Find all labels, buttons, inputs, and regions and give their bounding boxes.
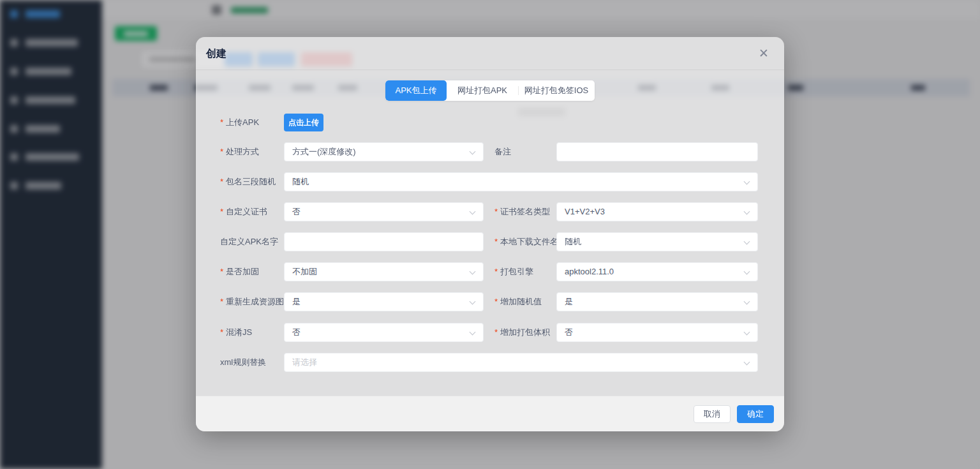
add-random-select[interactable]: 是 [556, 292, 758, 311]
field-label-remark: 备注 [494, 142, 556, 161]
upload-apk-button[interactable]: 点击上传 [284, 114, 323, 131]
tab-url-pack-ios[interactable]: 网址打包免签IOS [518, 80, 595, 101]
pack-engine-select[interactable]: apktool2.11.0 [556, 262, 758, 281]
package-random-select[interactable]: 随机 [284, 172, 758, 191]
chevron-down-icon [744, 269, 750, 275]
custom-cert-select[interactable]: 否 [284, 202, 484, 221]
field-label-obfuscate-js: *混淆JS [220, 323, 284, 342]
tab-url-pack-apk[interactable]: 网址打包APK [447, 80, 518, 101]
chevron-down-icon [744, 239, 750, 245]
process-mode-select[interactable]: 方式一(深度修改) [284, 142, 484, 161]
field-label-custom-apk-name: 自定义APK名字 [220, 232, 284, 251]
field-label-custom-cert: *自定义证书 [220, 202, 284, 221]
field-label-process-mode: *处理方式 [220, 142, 284, 161]
field-label-add-random: *增加随机值 [494, 292, 556, 311]
obfuscate-js-select[interactable]: 否 [284, 323, 484, 342]
chevron-down-icon [470, 149, 476, 155]
field-label-upload-apk: *上传APK [220, 113, 284, 132]
required-asterisk: * [220, 117, 223, 127]
harden-select[interactable]: 不加固 [284, 262, 484, 281]
required-asterisk: * [494, 267, 498, 276]
remark-input[interactable] [556, 142, 758, 161]
cert-sign-type-select[interactable]: V1+V2+V3 [556, 202, 758, 221]
field-label-local-filename: *本地下载文件名 [494, 232, 556, 251]
field-label-harden: *是否加固 [220, 262, 284, 281]
tab-apk-upload[interactable]: APK包上传 [385, 80, 447, 101]
required-asterisk: * [494, 327, 498, 337]
required-asterisk: * [220, 267, 223, 276]
field-label-package-random: *包名三段随机 [220, 172, 284, 191]
chevron-down-icon [744, 209, 750, 215]
chevron-down-icon [470, 209, 476, 215]
upload-mode-tabs: APK包上传 网址打包APK 网址打包免签IOS [385, 80, 595, 101]
required-asterisk: * [220, 177, 223, 186]
required-asterisk: * [494, 297, 498, 306]
field-label-xml-rule: xml规则替换 [220, 353, 284, 372]
close-icon[interactable]: ✕ [756, 46, 771, 61]
dialog-header: 创建 ✕ [196, 37, 784, 70]
dialog-title: 创建 [206, 47, 226, 61]
dialog-footer: 取消 确定 [196, 396, 784, 431]
custom-apk-name-input[interactable] [284, 232, 484, 251]
required-asterisk: * [220, 327, 223, 337]
required-asterisk: * [220, 147, 223, 156]
required-asterisk: * [494, 207, 498, 216]
create-dialog: 创建 ✕ APK包上传 网址打包APK 网址打包免签IOS *上传APK 点击上… [196, 37, 784, 431]
field-label-add-volume: *增加打包体积 [494, 323, 556, 342]
required-asterisk: * [220, 297, 223, 306]
chevron-down-icon [470, 269, 476, 275]
field-label-pack-engine: *打包引擎 [494, 262, 556, 281]
chevron-down-icon [744, 299, 750, 305]
field-label-regen-resources: *重新生成资源图 [220, 292, 284, 311]
chevron-down-icon [744, 329, 750, 336]
chevron-down-icon [744, 179, 750, 185]
local-filename-select[interactable]: 随机 [556, 232, 758, 251]
chevron-down-icon [470, 329, 476, 336]
add-volume-select[interactable]: 否 [556, 323, 758, 342]
cancel-button[interactable]: 取消 [694, 405, 731, 423]
required-asterisk: * [494, 237, 498, 246]
chevron-down-icon [470, 299, 476, 305]
confirm-button[interactable]: 确定 [737, 405, 774, 423]
field-label-cert-sign-type: *证书签名类型 [494, 202, 556, 221]
chevron-down-icon [744, 359, 750, 366]
required-asterisk: * [220, 207, 223, 216]
xml-rule-select[interactable]: 请选择 [284, 353, 758, 372]
regen-resources-select[interactable]: 是 [284, 292, 484, 311]
